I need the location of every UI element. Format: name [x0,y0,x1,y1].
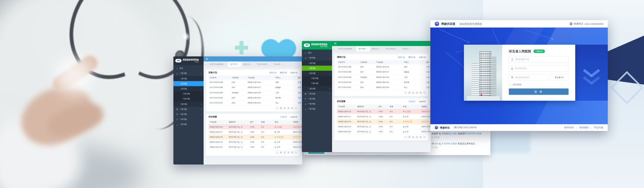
tab-产品分类设置[interactable]: 产品分类设置⊙ [383,46,400,51]
page-button-1[interactable]: 1 [279,107,282,110]
stock-link-产品库存[interactable]: 产品库存 [280,116,287,118]
sidebar-item-三级导航[interactable]: 三级导航 [173,91,204,96]
page-button-3[interactable]: 3 [287,107,290,110]
sidebar-item-二级导航[interactable]: 二级导航 [302,60,332,65]
feed-link[interactable]: 5月日常小需求 [467,132,482,135]
menu-icon[interactable] [334,43,336,44]
next-page-button[interactable]: › [294,107,298,110]
username-field[interactable]: 请填写用户名 [509,56,569,62]
view-link[interactable]: 查看 [298,92,301,94]
sidebar-item-一级导航[interactable]: ▦一级导航▾ [302,91,332,96]
page-button-3[interactable]: 3 [287,151,290,154]
sidebar-item-二级导航[interactable]: 二级导航▾ [302,86,332,91]
next-page-button[interactable]: › [423,136,426,139]
feed-link[interactable]: 5 月日常小需求 [442,142,457,145]
plan-link-预约计划[interactable]: 预约计划 [409,56,416,58]
view-link[interactable]: 查看 [426,71,430,73]
sidebar-item-三级导航[interactable]: 三级导航 [173,96,204,101]
plan-link-领用计划[interactable]: 领用计划 [398,56,405,58]
tab-用户管理[interactable]: 用户管理⊙ [356,46,370,51]
sidebar-item-首页[interactable]: ⌂首页 [173,66,204,71]
tab-用户管理[interactable]: 用户管理⊙ [228,61,241,67]
sidebar-item-一级导航[interactable]: △一级导航 [173,122,204,127]
footer-link-操作说明[interactable]: 操作说明 [564,126,574,129]
prev-page-button[interactable]: ‹ [276,107,279,110]
sidebar-item-三级导航[interactable]: 三级导航 [302,81,332,86]
plan-link-领用计划[interactable]: 领用计划 [269,72,276,74]
page-button-4[interactable]: 4 [419,136,422,139]
prev-page-button[interactable]: ‹ [276,151,279,154]
sidebar-item-二级导航[interactable]: 二级导航▴ [302,71,332,76]
sidebar-item-一级导航[interactable]: ⊘一级导航 [302,101,332,106]
page-button-1[interactable]: 1 [279,151,282,154]
view-link[interactable]: 查看 [298,97,301,99]
sidebar-item-三级导航[interactable]: 三级导航 [302,76,332,81]
page-button-2[interactable]: 2 [283,107,286,110]
view-link[interactable]: 查看 [426,66,430,68]
page-button-3[interactable]: 3 [415,91,418,94]
page-button-1[interactable]: 1 [408,136,411,139]
plan-link-高值计划[interactable]: 高值计划 [419,56,426,58]
feed-item[interactable]: 付小小 在 5 月日常小需求 更新至已发布状态3 天前 [431,140,489,150]
view-link[interactable]: 查看 [298,102,301,104]
page-button-4[interactable]: 4 [419,91,422,94]
password-field[interactable]: 请填写密码 [509,65,569,72]
sidebar-item-一级导航[interactable]: ⊞一级导航▾ [302,96,332,101]
footer-link-常见问题[interactable]: 常见问题 [594,126,603,129]
stock-link-产品库存[interactable]: 产品库存 [409,100,416,103]
menu-icon[interactable] [206,58,208,60]
prev-page-button[interactable]: ‹ [404,91,407,94]
login-button[interactable]: 登 录 [509,89,569,95]
page-button-3[interactable]: 3 [415,136,418,139]
sidebar-item-一级导航[interactable]: ◳一级导航▴ [302,55,332,60]
tab-通知公告[interactable]: 通知公告⊙ [241,61,255,67]
captcha-question[interactable]: 6+8=? [550,74,569,81]
tab-资质证件效期预警[interactable]: 资质证件效期预警⊙ [336,46,356,51]
tab-产品分类设置[interactable]: 产品分类设置⊙ [255,61,271,67]
collapse-tabs-icon[interactable]: « [204,61,208,67]
page-button-4[interactable]: 4 [291,107,294,110]
view-link[interactable]: 查看 [426,86,430,88]
tab-产品出库[interactable]: 产品出库⊙ [400,46,413,51]
feed-item[interactable]: 朱老师 在 风驰精英小分队 新建项目 5月日常小需求5 小时前 [431,130,489,140]
sidebar-item-二级导航[interactable]: 二级导航▾ [173,101,204,106]
feed-link[interactable]: 风驰精英小分队 [442,132,457,135]
page-button-1[interactable]: 1 [408,91,411,94]
page-button-2[interactable]: 2 [283,151,286,154]
stock-link-高值库存[interactable]: 高值库存 [290,116,298,118]
prev-page-button[interactable]: ‹ [404,136,407,139]
tab-通知公告[interactable]: 通知公告⊙ [370,46,383,51]
tab-资质证件效期预警[interactable]: 资质证件效期预警⊙ [208,61,228,67]
table-cell: ABS床头柜0120 [375,85,403,90]
sidebar-item-一级导航[interactable]: ▦一级导航▾ [173,107,204,112]
sidebar-item-二级导航[interactable]: 二级导航▴ [173,86,204,91]
sidebar-item-一级导航[interactable]: △一级导航 [302,106,332,111]
sidebar-item-二级导航[interactable]: 二级导航 [173,76,204,81]
sidebar-item-一级导航[interactable]: ◳一级导航▴ [173,71,204,76]
captcha-field[interactable]: 请填写验证码 [509,74,548,81]
page-button-2[interactable]: 2 [412,91,415,94]
page-button-4[interactable]: 4 [291,151,294,154]
view-link[interactable]: 查看 [426,76,430,78]
plan-link-高值计划[interactable]: 高值计划 [290,72,298,74]
remember-checkbox[interactable] [509,83,512,86]
page-button-2[interactable]: 2 [412,136,415,139]
sidebar-item-一级导航[interactable]: ⊘一级导航 [173,117,204,122]
plan-link-预约计划[interactable]: 预约计划 [280,72,287,74]
view-link[interactable]: 查看 [426,81,430,83]
view-link[interactable]: 查看 [298,86,301,88]
next-page-button[interactable]: › [423,91,426,94]
sidebar-item-二级导航[interactable]: 二级导航 [173,81,204,86]
sidebar-item-二级导航[interactable]: 二级导航 [302,66,332,71]
next-page-button[interactable]: › [294,151,298,154]
footer-link-密钥驱动[interactable]: 密钥驱动 [579,126,589,129]
system-name: 供应商供货管理系统 [460,22,482,26]
sidebar-item-一级导航[interactable]: ⊞一级导航▾ [173,112,204,117]
sidebar-item-首页[interactable]: ⌂首页 [302,50,332,55]
table-cell: 查看 [297,80,302,85]
view-link[interactable]: 查看 [298,81,301,83]
sidebar-item-label: 二级导航 [308,87,329,90]
tab-产品出库[interactable]: 产品出库⊙ [271,61,285,67]
collapse-tabs-icon[interactable]: « [332,46,336,51]
stock-link-高值库存[interactable]: 高值库存 [419,100,426,103]
